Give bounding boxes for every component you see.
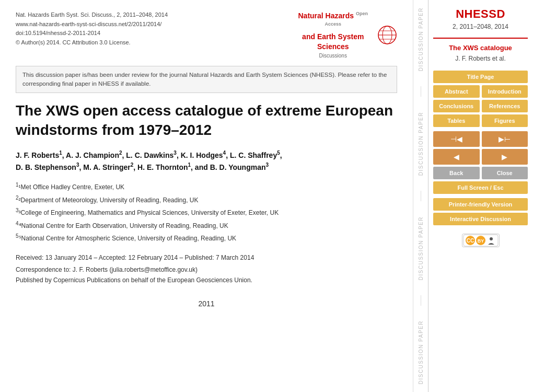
figures-button[interactable]: Figures <box>482 114 528 127</box>
back-close-grid: Back Close <box>433 167 528 179</box>
header-meta-left: Nat. Hazards Earth Syst. Sci. Discuss., … <box>16 10 168 47</box>
cc-badge: CC BY <box>433 234 528 247</box>
affiliation-5: 5⁵National Centre for Atmospheric Scienc… <box>16 232 397 245</box>
header-area: Nat. Hazards Earth Syst. Sci. Discuss., … <box>16 10 397 60</box>
meta-line1: Nat. Hazards Earth Syst. Sci. Discuss., … <box>16 10 168 20</box>
meta-line2: www.nat-hazards-earth-syst-sci-discuss.n… <box>16 20 168 29</box>
close-button[interactable]: Close <box>482 167 528 179</box>
affiliation-4: 4⁴National Centre for Earth Observation,… <box>16 219 397 232</box>
journal-logo-area: Natural Hazards OpenAccess and Earth Sys… <box>298 10 398 60</box>
authors: J. F. Roberts1, A. J. Champion2, L. C. D… <box>16 149 397 173</box>
sidebar-authors-short: J. F. Roberts et al. <box>433 55 528 62</box>
prev-button[interactable]: ◀ <box>433 149 480 165</box>
meta-dates: Received: 13 January 2014 – Accepted: 12… <box>16 253 397 263</box>
vertical-label-3: Discussion Paper <box>418 216 424 280</box>
svg-point-10 <box>490 237 493 240</box>
printer-friendly-button[interactable]: Printer-friendly Version <box>433 198 528 211</box>
page-number: 2011 <box>16 299 397 308</box>
affiliation-2: 2²Department of Meteorology, University … <box>16 193 397 206</box>
tables-figures-grid: Tables Figures <box>433 114 528 127</box>
journal-name-line3: Sciences <box>298 42 368 52</box>
journal-name-line1: Natural Hazards OpenAccess <box>298 10 368 32</box>
sidebar-paper-title: The XWS catalogue <box>433 44 528 52</box>
conclusions-references-grid: Conclusions References <box>433 100 528 112</box>
right-sidebar: Discussion Paper Discussion Paper Discus… <box>413 0 533 392</box>
svg-text:CC: CC <box>466 238 473 244</box>
journal-discussions: Discussions <box>298 52 368 60</box>
last-page-button[interactable]: ▶⊢ <box>482 131 528 147</box>
next-button[interactable]: ▶ <box>482 149 528 165</box>
title-page-button[interactable]: Title Page <box>433 71 528 83</box>
references-button[interactable]: References <box>482 100 528 112</box>
first-page-button[interactable]: ⊣◀ <box>433 131 480 147</box>
journal-logo: Natural Hazards OpenAccess and Earth Sys… <box>298 10 374 60</box>
first-last-arrows: ⊣◀ ▶⊢ <box>433 131 528 147</box>
correspondence: Correspondence to: J. F. Roberts (julia.… <box>16 266 397 273</box>
main-content: Nat. Hazards Earth Syst. Sci. Discuss., … <box>0 0 413 392</box>
sidebar-divider-1 <box>433 38 528 39</box>
journal-name-line2: and Earth System <box>298 32 368 42</box>
abstract-button[interactable]: Abstract <box>433 85 480 98</box>
meta-line4: © Author(s) 2014. CC Attribution 3.0 Lic… <box>16 38 168 48</box>
published-by: Published by Copernicus Publications on … <box>16 276 397 284</box>
affiliation-1: 1¹Met Office Hadley Centre, Exeter, UK <box>16 180 397 193</box>
conclusions-button[interactable]: Conclusions <box>433 100 480 112</box>
notice-text: This discussion paper is/has been under … <box>22 72 387 87</box>
vertical-label-1: Discussion Paper <box>418 7 424 71</box>
notice-box: This discussion paper is/has been under … <box>16 66 397 94</box>
vertical-label-4: Discussion Paper <box>418 320 424 384</box>
tables-button[interactable]: Tables <box>433 114 480 127</box>
cc-icon: CC BY <box>462 234 500 247</box>
affiliations: 1¹Met Office Hadley Centre, Exeter, UK 2… <box>16 180 397 245</box>
introduction-button[interactable]: Introduction <box>482 85 528 98</box>
meta-line3: doi:10.5194/nhessd-2-2011-2014 <box>16 29 168 38</box>
sidebar-volume: 2, 2011–2048, 2014 <box>433 23 528 30</box>
svg-text:BY: BY <box>477 238 484 244</box>
back-button[interactable]: Back <box>433 167 480 179</box>
sidebar-journal-abbr: NHESSD <box>433 7 528 21</box>
vertical-label-2: Discussion Paper <box>418 112 424 176</box>
abstract-intro-grid: Abstract Introduction <box>433 85 528 98</box>
full-screen-button[interactable]: Full Screen / Esc <box>433 181 528 194</box>
sidebar-inner: NHESSD 2, 2011–2048, 2014 The XWS catalo… <box>428 0 533 392</box>
paper-title: The XWS open access catalogue of extreme… <box>16 101 397 140</box>
journal-globe-icon <box>377 25 397 45</box>
title-page-btn-wrapper: Title Page <box>433 71 528 83</box>
prev-next-arrows: ◀ ▶ <box>433 149 528 165</box>
vertical-labels-container: Discussion Paper Discussion Paper Discus… <box>413 0 428 392</box>
sidebar-border <box>428 0 428 392</box>
interactive-discussion-button[interactable]: Interactive Discussion <box>433 213 528 225</box>
affiliation-3: 3³College of Engineering, Mathematics an… <box>16 206 397 219</box>
